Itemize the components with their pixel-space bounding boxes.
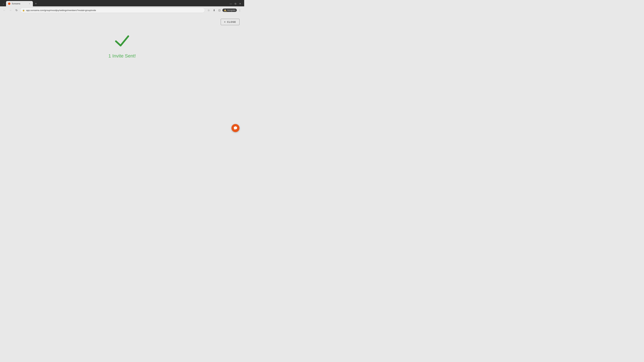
download-button[interactable]: ⬇ xyxy=(212,8,216,12)
checkmark-icon xyxy=(114,34,130,48)
close-window-button[interactable]: ✕ xyxy=(239,2,242,5)
tab-dropdown-button[interactable]: ⌄ xyxy=(1,2,5,6)
refresh-button[interactable]: ↻ xyxy=(14,8,19,12)
close-x-icon: × xyxy=(224,21,226,23)
tab-favicon xyxy=(8,2,10,5)
bookmark-button[interactable]: ☆ xyxy=(206,8,211,12)
tab-bar: ⌄ Sunsama × + — ⧉ ✕ xyxy=(0,0,244,6)
new-tab-button[interactable]: + xyxy=(34,1,38,6)
minimize-button[interactable]: — xyxy=(230,2,232,5)
lock-icon: 🔒 xyxy=(22,9,25,11)
extension-button[interactable]: ⊡ xyxy=(217,8,222,12)
close-button[interactable]: × CLOSE xyxy=(221,19,240,25)
address-bar[interactable]: 🔒 app.sunsama.com/group/moodjoy/settings… xyxy=(20,7,205,13)
active-tab[interactable]: Sunsama × xyxy=(6,1,33,6)
close-label: CLOSE xyxy=(227,21,236,23)
success-content: 1 Invite Sent! xyxy=(108,34,136,59)
restore-button[interactable]: ⧉ xyxy=(234,2,237,5)
chat-icon xyxy=(234,126,238,130)
incognito-label: Incognito xyxy=(227,9,236,11)
page-content: × CLOSE 1 Invite Sent! xyxy=(0,14,244,137)
tab-close-button[interactable]: × xyxy=(28,2,31,5)
window-controls: — ⧉ ✕ xyxy=(230,2,243,5)
browser-menu-button[interactable]: ⋮ xyxy=(238,8,242,12)
browser-toolbar: ← → ↻ 🔒 app.sunsama.com/group/moodjoy/se… xyxy=(0,6,244,14)
url-text: app.sunsama.com/group/moodjoy/settings/m… xyxy=(26,9,203,11)
tab-title: Sunsama xyxy=(12,2,27,5)
forward-button[interactable]: → xyxy=(8,8,13,12)
incognito-badge: 🕵 Incognito xyxy=(222,8,237,12)
success-message: 1 Invite Sent! xyxy=(108,53,136,59)
toolbar-actions: ☆ ⬇ ⊡ 🕵 Incognito ⋮ xyxy=(206,8,242,12)
back-button[interactable]: ← xyxy=(2,8,7,12)
chat-button[interactable] xyxy=(232,124,240,132)
browser-chrome: ⌄ Sunsama × + — ⧉ ✕ ← → ↻ 🔒 app.sunsama.… xyxy=(0,0,244,14)
